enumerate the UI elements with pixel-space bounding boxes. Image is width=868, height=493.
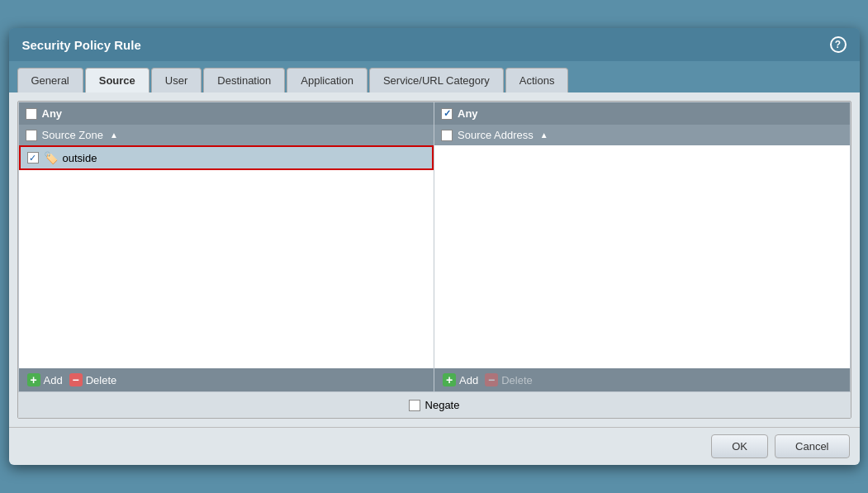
source-address-add-button[interactable]: + Add (443, 373, 478, 386)
source-zone-footer: + Add − Delete (19, 368, 434, 391)
outside-item-row[interactable]: 🏷️ outside (19, 145, 434, 170)
security-policy-rule-dialog: Security Policy Rule ? General Source Us… (9, 28, 860, 465)
source-address-panel: Any Source Address ▲ + Add (434, 102, 851, 392)
source-address-header: Source Address ▲ (434, 125, 850, 145)
source-address-sort-icon: ▲ (540, 130, 548, 140)
delete-icon-left: − (69, 373, 83, 386)
any-label-left: Any (42, 107, 63, 120)
cancel-button[interactable]: Cancel (775, 434, 849, 458)
tab-service-url[interactable]: Service/URL Category (369, 68, 504, 92)
delete-label-right: Delete (501, 374, 533, 386)
source-zone-delete-button[interactable]: − Delete (69, 373, 117, 386)
tab-application[interactable]: Application (287, 68, 368, 92)
source-address-delete-button[interactable]: − Delete (485, 373, 533, 386)
tab-bar: General Source User Destination Applicat… (9, 61, 860, 92)
any-label-right: Any (458, 107, 478, 120)
tab-destination[interactable]: Destination (203, 68, 285, 92)
source-zone-any-row: Any (19, 102, 434, 125)
dialog-footer: OK Cancel (9, 427, 860, 465)
outside-label: outside (63, 152, 97, 164)
negate-row: Negate (18, 392, 851, 418)
source-address-any-row: Any (434, 102, 850, 125)
any-checkbox-left[interactable] (26, 108, 37, 120)
dialog-title-bar: Security Policy Rule ? (9, 28, 860, 61)
source-zone-label: Source Zone (42, 129, 103, 141)
panels-container: Any Source Zone ▲ 🏷️ outside (18, 102, 851, 392)
tab-actions[interactable]: Actions (505, 68, 569, 92)
negate-checkbox[interactable] (409, 400, 420, 411)
source-address-content (434, 145, 850, 368)
source-zone-panel: Any Source Zone ▲ 🏷️ outside (18, 102, 434, 392)
outside-zone-icon: 🏷️ (44, 151, 58, 164)
tab-user[interactable]: User (151, 68, 202, 92)
add-icon-left: + (27, 373, 40, 386)
tab-general[interactable]: General (17, 68, 83, 92)
source-zone-content (19, 170, 434, 368)
source-zone-add-button[interactable]: + Add (27, 373, 63, 386)
source-address-checkbox[interactable] (441, 130, 453, 141)
negate-label: Negate (425, 399, 460, 411)
ok-button[interactable]: OK (711, 434, 768, 458)
outside-checkbox[interactable] (27, 152, 39, 164)
dialog-title-text: Security Policy Rule (22, 38, 141, 52)
any-checkbox-right[interactable] (441, 108, 453, 120)
source-zone-sort-icon: ▲ (110, 130, 118, 140)
content-area: Any Source Zone ▲ 🏷️ outside (17, 101, 851, 419)
help-icon[interactable]: ? (830, 36, 847, 53)
tab-source[interactable]: Source (85, 68, 149, 92)
source-zone-header: Source Zone ▲ (19, 125, 434, 145)
delete-icon-right: − (485, 373, 498, 386)
add-label-right: Add (459, 374, 478, 386)
add-icon-right: + (443, 373, 456, 386)
dialog-body: Any Source Zone ▲ 🏷️ outside (9, 92, 860, 427)
source-address-footer: + Add − Delete (434, 368, 850, 391)
delete-label-left: Delete (86, 374, 117, 386)
source-zone-checkbox[interactable] (26, 130, 37, 141)
source-address-label: Source Address (458, 129, 534, 141)
add-label-left: Add (44, 374, 63, 386)
